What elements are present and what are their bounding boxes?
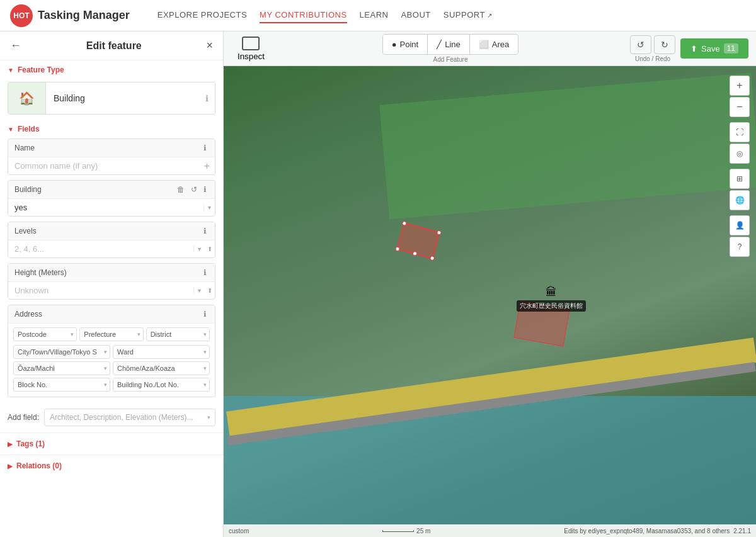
feature-type-section-label: Feature Type	[18, 65, 64, 74]
building-field-input[interactable]	[8, 199, 203, 216]
toolbar-right: ↺ ↻ Undo / Redo ⬆ Save 11	[630, 35, 748, 62]
undo-redo-wrap: ↺ ↻ Undo / Redo	[630, 35, 675, 62]
fields-section-header[interactable]: ▼ Fields	[0, 120, 223, 138]
address-grid-row1: Postcode Prefecture District	[8, 324, 215, 345]
ward-select[interactable]: Ward	[113, 345, 210, 359]
height-info-button[interactable]: ℹ	[202, 268, 209, 278]
marker-icon: 🏛	[546, 286, 557, 299]
handle-mid-bottom[interactable]	[412, 251, 418, 256]
add-field-select[interactable]: Architect, Description, Elevation (Meter…	[44, 409, 215, 426]
undo-button[interactable]: ↺	[630, 35, 651, 54]
relations-section-label: Relations (0)	[16, 461, 62, 470]
building-delete-button[interactable]: 🗑	[175, 184, 186, 195]
layers-button[interactable]: ⊞	[730, 169, 750, 189]
district-select[interactable]: District	[146, 327, 210, 341]
controls-divider-3	[730, 212, 750, 214]
address-grid-row4: Block No. Building No./Lot No.	[8, 378, 215, 397]
zoom-out-button[interactable]: −	[730, 97, 750, 117]
map-controls: + − ⛶ ◎ ⊞ 🌐 👤 ?	[730, 76, 750, 257]
area-label: Area	[492, 40, 509, 49]
handle-top-left[interactable]	[401, 220, 407, 226]
building-dropdown-button[interactable]: ▾	[203, 204, 215, 211]
building-info-button[interactable]: ℹ	[202, 184, 209, 195]
back-button[interactable]: ←	[10, 39, 21, 52]
building-undo-button[interactable]: ↺	[189, 184, 199, 195]
levels-info-button[interactable]: ℹ	[202, 226, 209, 236]
building-no-select[interactable]: Building No./Lot No.	[113, 378, 210, 392]
name-field-info-button[interactable]: ℹ	[202, 143, 209, 153]
nav-explore-projects[interactable]: EXPLORE PROJECTS	[158, 8, 247, 23]
height-cycle-button[interactable]: ⬆	[205, 287, 215, 294]
chome-select[interactable]: Chōme/Aza/Koaza	[113, 361, 210, 375]
height-field-group: Height (Meters) ℹ ▾ ⬆	[8, 263, 215, 300]
inspect-button[interactable]: Inspect	[231, 33, 271, 65]
handle-bottom-right[interactable]	[430, 256, 435, 261]
feature-type-icon: 🏠	[8, 82, 46, 114]
nav-about[interactable]: ABOUT	[401, 8, 430, 23]
handle-top-right[interactable]	[437, 230, 442, 235]
top-navigation: HOT Tasking Manager EXPLORE PROJECTS MY …	[0, 0, 756, 31]
background-button[interactable]: 🌐	[730, 190, 750, 210]
logo-text: Tasking Manager	[38, 9, 130, 22]
help-button[interactable]: ?	[730, 237, 750, 257]
point-label: Point	[400, 40, 419, 49]
area-button[interactable]: ⬜ Area	[470, 35, 518, 54]
green-strip	[379, 73, 756, 220]
city-select[interactable]: City/Town/Village/Tokyo Special W...	[13, 345, 110, 359]
name-field-add-button[interactable]: +	[199, 161, 215, 172]
user-button[interactable]: 👤	[730, 215, 750, 235]
oaza-select[interactable]: Ōaza/Machi	[13, 361, 110, 375]
tags-chevron: ▶	[8, 441, 13, 448]
postcode-select[interactable]: Postcode	[13, 327, 77, 341]
oaza-select-wrap: Ōaza/Machi	[13, 361, 110, 375]
tags-section-header[interactable]: ▶ Tags (1)	[0, 434, 223, 453]
feature-type-info-button[interactable]: ℹ	[199, 94, 215, 103]
scale-label: 25 m	[416, 528, 430, 534]
name-field-input[interactable]	[8, 157, 199, 174]
logo: HOT Tasking Manager	[10, 4, 130, 27]
relations-section-header[interactable]: ▶ Relations (0)	[0, 456, 223, 475]
panel-title: Edit feature	[86, 40, 142, 52]
locate-button[interactable]: ◎	[730, 144, 750, 164]
prefecture-select-wrap: Prefecture	[79, 327, 143, 341]
levels-field-input-row: ▾ ⬆	[8, 240, 215, 257]
editors-text: ediyes_expnqto489, Masamasa0353, and 8 o…	[588, 528, 730, 534]
save-button[interactable]: ⬆ Save 11	[680, 38, 748, 59]
nav-learn[interactable]: LEARN	[360, 8, 389, 23]
hot-logo-icon: HOT	[10, 4, 33, 27]
line-button[interactable]: ╱ Line	[428, 35, 470, 54]
height-dropdown-button[interactable]: ▾	[193, 287, 205, 294]
map-satellite[interactable]: 🏛 穴水町歴史民俗資料館	[224, 66, 756, 524]
prefecture-select[interactable]: Prefecture	[79, 327, 143, 341]
point-button[interactable]: ● Point	[383, 35, 428, 54]
line-label: Line	[445, 40, 461, 49]
name-field-actions: ℹ	[202, 143, 209, 153]
fullscreen-button[interactable]: ⛶	[730, 122, 750, 142]
levels-cycle-button[interactable]: ⬆	[205, 246, 215, 252]
building-field-label: Building	[14, 185, 42, 194]
close-button[interactable]: ×	[206, 39, 213, 52]
address-info-button[interactable]: ℹ	[202, 309, 209, 319]
nav-support[interactable]: SUPPORT	[444, 8, 493, 23]
block-select[interactable]: Block No.	[13, 378, 110, 392]
zoom-in-button[interactable]: +	[730, 76, 750, 96]
levels-field-label: Levels	[14, 227, 37, 235]
fields-section-label: Fields	[18, 125, 40, 133]
selected-building[interactable]	[396, 222, 440, 259]
height-field-input[interactable]	[8, 282, 193, 299]
area-icon: ⬜	[479, 40, 489, 49]
add-feature-label: Add Feature	[433, 56, 467, 63]
handle-bottom-left[interactable]	[395, 246, 401, 252]
edits-label: Edits by ediyes_expnqto489, Masamasa0353…	[564, 528, 730, 534]
inspect-icon	[242, 37, 260, 50]
feature-type-section-header[interactable]: ▼ Feature Type	[0, 60, 223, 79]
feature-type-label: Building	[46, 93, 199, 103]
levels-field-input[interactable]	[8, 240, 193, 257]
postcode-select-wrap: Postcode	[13, 327, 77, 341]
district-select-wrap: District	[146, 327, 210, 341]
levels-dropdown-button[interactable]: ▾	[193, 246, 205, 252]
nav-my-contributions[interactable]: MY CONTRIBUTIONS	[260, 8, 347, 23]
redo-button[interactable]: ↻	[654, 35, 675, 54]
tags-section: ▶ Tags (1)	[0, 432, 223, 455]
name-field-group: Name ℹ +	[8, 138, 215, 175]
